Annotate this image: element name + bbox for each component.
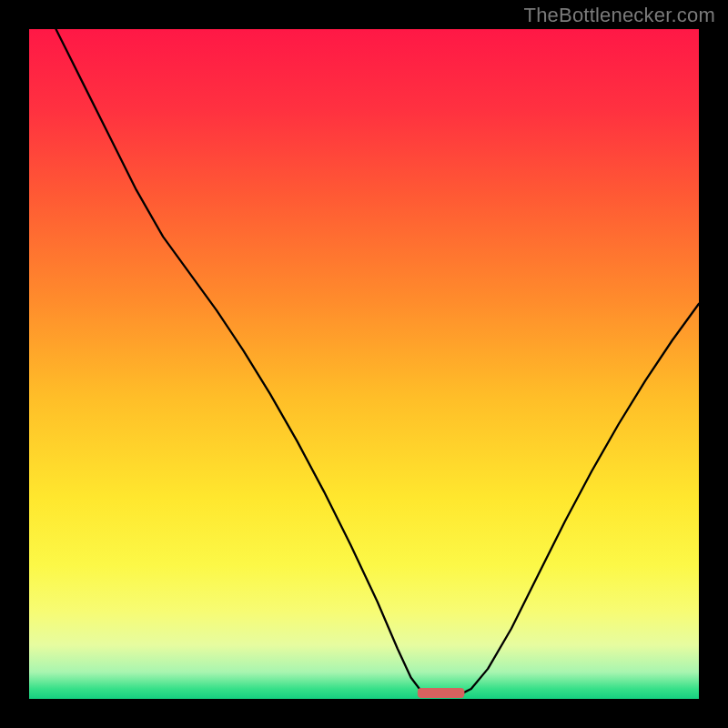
watermark-text: TheBottlenecker.com bbox=[524, 4, 715, 27]
gradient-background bbox=[29, 29, 699, 699]
chart-plot-area bbox=[29, 29, 699, 699]
chart-svg bbox=[29, 29, 699, 699]
optimal-zone-marker bbox=[418, 688, 465, 698]
chart-container: TheBottlenecker.com bbox=[0, 0, 728, 728]
